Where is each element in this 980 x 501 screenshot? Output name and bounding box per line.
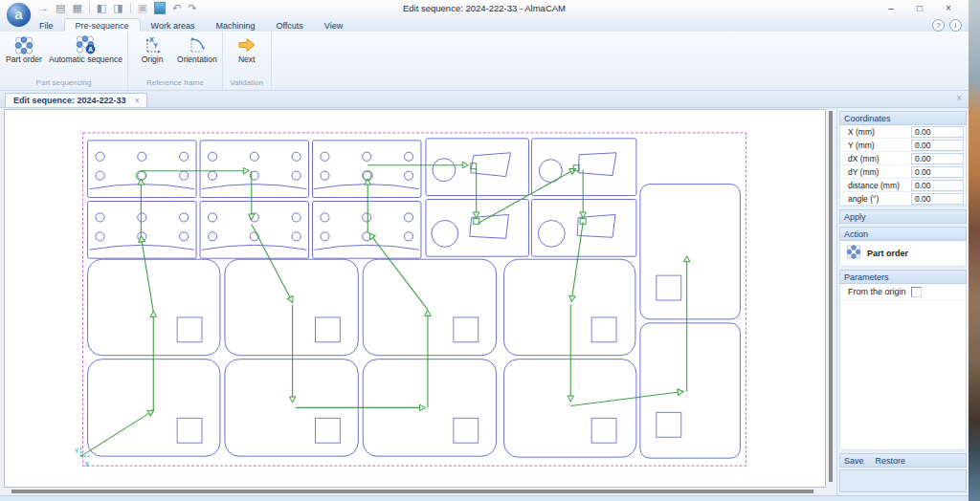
horizontal-scrollbar[interactable] — [5, 489, 821, 494]
tab-pre-sequence[interactable]: Pre-sequence — [64, 18, 141, 32]
desktop-wallpaper-strip — [969, 0, 980, 501]
monitor-icon[interactable]: ▤ — [56, 2, 65, 14]
tab-file[interactable]: File — [29, 19, 64, 32]
part-panel[interactable] — [225, 259, 358, 355]
copy-right-icon[interactable]: ◨ — [113, 2, 122, 14]
part-order-icon — [14, 34, 33, 55]
origin-button[interactable]: XY Origin — [130, 33, 174, 64]
properties-panel: Coordinates X (mm)0.00 Y (mm)0.00 dX (mm… — [836, 108, 969, 495]
info-icon[interactable]: i — [949, 19, 962, 32]
sequence-arrow — [252, 224, 293, 302]
horizontal-scrollbar-thumb[interactable] — [11, 490, 813, 493]
panel-close-icon[interactable]: × — [956, 94, 962, 103]
coordinate-row-x: X (mm)0.00 — [840, 125, 966, 139]
copy-left-icon[interactable]: ◧ — [97, 2, 106, 14]
save-restore-header: Save Restore — [839, 453, 967, 468]
sequence-arrow — [81, 410, 154, 456]
svg-text:A: A — [88, 46, 93, 53]
part-tall-panel[interactable] — [640, 185, 741, 319]
part-trapezoid[interactable] — [531, 139, 635, 196]
restore-button[interactable]: Restore — [876, 456, 906, 466]
document-tab[interactable]: Edit sequence: 2024-222-33 × — [5, 93, 147, 107]
group-validation: Next Validation — [223, 32, 272, 90]
coordinate-row-dx: dX (mm)0.00 — [840, 152, 966, 165]
x-value-field[interactable]: 0.00 — [911, 126, 964, 138]
from-origin-label: From the origin — [848, 287, 906, 296]
parameters-area: From the origin — [839, 284, 967, 450]
save-button[interactable]: Save — [844, 456, 864, 466]
part-plate[interactable] — [312, 202, 420, 259]
sequence-canvas[interactable]: YX — [4, 109, 826, 488]
app-window: a → ▤ ▦ ◧ ◨ ▣ ↶ ↷ Edit sequence: 2024-22… — [0, 0, 969, 501]
document-tab-label: Edit sequence: 2024-222-33 — [13, 96, 126, 105]
part-plate[interactable] — [312, 141, 420, 198]
action-part-order-item[interactable]: Part order — [839, 241, 967, 267]
part-trapezoid[interactable] — [426, 139, 528, 196]
dy-value-field[interactable]: 0.00 — [911, 166, 964, 178]
coordinates-header[interactable]: Coordinates — [839, 111, 967, 125]
tab-machining[interactable]: Machining — [205, 19, 265, 32]
canvas-area: YX — [0, 108, 836, 495]
machine-icon[interactable]: ▦ — [72, 2, 81, 14]
coordinate-row-angle: angle (°)0.00 — [840, 192, 966, 206]
group-label: Reference frame — [130, 77, 220, 90]
origin-label: Origin — [142, 55, 164, 64]
workspace: YX Coordinates X (mm)0.00 Y (mm)0.00 dX … — [0, 108, 969, 495]
vertical-scrollbar-thumb[interactable] — [829, 111, 833, 482]
vertical-scrollbar[interactable] — [828, 110, 834, 485]
part-plate[interactable] — [88, 202, 196, 259]
group-label: Validation — [225, 77, 269, 90]
coordinates-rows: X (mm)0.00 Y (mm)0.00 dX (mm)0.00 dY (mm… — [839, 125, 967, 207]
ribbon-tab-row: File Pre-sequence Work areas Machining O… — [0, 17, 969, 32]
almacam-logo-icon[interactable]: a — [7, 3, 31, 27]
part-panel[interactable] — [504, 259, 635, 355]
quick-access-toolbar: → ▤ ▦ ◧ ◨ ▣ ↶ ↷ — [38, 2, 196, 14]
origin-y-label: Y — [75, 447, 79, 454]
action-item-label: Part order — [867, 249, 908, 258]
coordinate-row-y: Y (mm)0.00 — [840, 139, 966, 152]
part-order-button[interactable]: Part order — [2, 33, 46, 64]
undo-icon[interactable]: ↶ — [172, 2, 181, 14]
part-trapezoid[interactable] — [531, 200, 635, 257]
dx-value-field[interactable]: 0.00 — [911, 153, 964, 164]
message-box — [839, 469, 967, 492]
save-icon[interactable]: ▣ — [138, 2, 147, 14]
part-plate[interactable] — [200, 141, 308, 198]
action-header[interactable]: Action — [839, 227, 967, 241]
close-button[interactable]: × — [934, 1, 963, 15]
redo-icon[interactable]: ↷ — [188, 2, 196, 14]
from-origin-checkbox[interactable] — [911, 287, 922, 297]
document-tab-close-icon[interactable]: × — [135, 96, 140, 105]
orientation-icon — [188, 34, 207, 55]
maximize-button[interactable]: □ — [905, 1, 934, 15]
part-panel[interactable] — [363, 259, 496, 355]
svg-text:Y: Y — [153, 41, 158, 50]
part-trapezoid[interactable] — [426, 200, 528, 257]
distance-value-field[interactable]: 0.00 — [911, 180, 964, 191]
next-button[interactable]: Next — [225, 33, 269, 64]
part-tall-panel[interactable] — [640, 323, 741, 458]
next-label: Next — [238, 55, 255, 64]
status-bar — [0, 495, 969, 501]
parameters-header[interactable]: Parameters — [839, 270, 967, 284]
tab-view[interactable]: View — [314, 19, 353, 32]
help-icon[interactable]: ? — [932, 19, 945, 32]
document-tab-row: Edit sequence: 2024-222-33 × × — [0, 91, 969, 108]
automatic-sequence-button[interactable]: A Automatic sequence — [46, 33, 125, 64]
import-icon[interactable]: → — [38, 2, 49, 14]
angle-value-field[interactable]: 0.00 — [911, 193, 964, 205]
part-plate[interactable] — [88, 141, 196, 198]
minimize-button[interactable]: – — [877, 1, 905, 15]
orientation-button[interactable]: Orientation — [174, 33, 220, 64]
tab-offcuts[interactable]: Offcuts — [265, 19, 313, 32]
y-value-field[interactable]: 0.00 — [911, 140, 964, 151]
origin-icon: XY — [143, 34, 162, 55]
part-order-icon — [846, 245, 861, 261]
group-part-sequencing: Part order A Automatic sequence Part seq… — [0, 32, 128, 90]
apply-header[interactable]: Apply — [839, 209, 967, 224]
tab-work-areas[interactable]: Work areas — [141, 19, 206, 32]
group-label: Part sequencing — [2, 77, 125, 90]
app-color-icon[interactable] — [154, 2, 166, 14]
window-controls: – □ × — [877, 1, 963, 15]
sequence-arrow — [479, 169, 576, 224]
